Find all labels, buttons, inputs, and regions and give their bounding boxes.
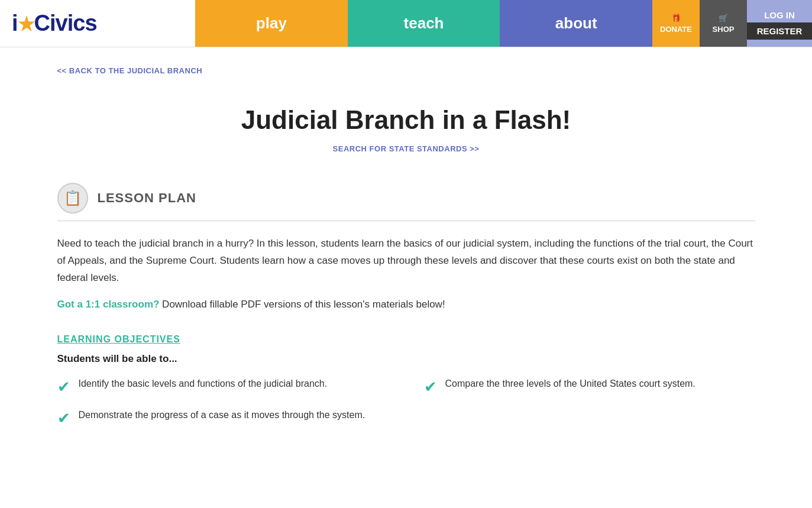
logo-i: i (12, 11, 18, 35)
lesson-plan-label: LESSON PLAN (98, 190, 196, 206)
classroom-line: Got a 1:1 classroom? Download fillable P… (57, 299, 755, 310)
nav-play[interactable]: play (195, 0, 348, 47)
logo-civics: Civics (34, 11, 97, 35)
learning-objectives-section: LEARNING OBJECTIVES Students will be abl… (57, 334, 755, 428)
objective-text-1: Identify the basic levels and functions … (79, 377, 328, 391)
lesson-plan-icon: 📋 (57, 183, 88, 213)
nav-about[interactable]: about (500, 0, 652, 47)
back-link[interactable]: << BACK TO THE JUDICIAL BRANCH (57, 66, 203, 75)
nav-donate-button[interactable]: 🎁 DONATE (652, 0, 700, 47)
donate-label: DONATE (660, 25, 692, 34)
classroom-text: Download fillable PDF versions of this l… (159, 299, 445, 310)
description: Need to teach the judicial branch in a h… (57, 235, 755, 287)
objective-item-3: ✔ Demonstrate the progress of a case as … (57, 408, 389, 428)
logo-area: i★Civics (0, 0, 195, 47)
divider (57, 221, 755, 221)
objectives-grid: ✔ Identify the basic levels and function… (57, 377, 755, 428)
logo[interactable]: i★Civics (12, 11, 97, 36)
cart-icon: 🛒 (719, 14, 728, 22)
learning-objectives-title[interactable]: LEARNING OBJECTIVES (57, 334, 755, 345)
nav-links: play teach about (195, 0, 652, 47)
main-content: << BACK TO THE JUDICIAL BRANCH Judicial … (34, 47, 779, 445)
classroom-link[interactable]: Got a 1:1 classroom? (57, 299, 160, 310)
check-icon-2: ✔ (424, 378, 437, 396)
objective-text-3: Demonstrate the progress of a case as it… (79, 408, 365, 422)
objective-item-2: ✔ Compare the three levels of the United… (424, 377, 755, 396)
lesson-plan-header: 📋 LESSON PLAN (57, 183, 755, 213)
page-title: Judicial Branch in a Flash! (57, 105, 755, 135)
objective-text-2: Compare the three levels of the United S… (445, 377, 695, 391)
check-icon-1: ✔ (57, 378, 70, 396)
check-icon-3: ✔ (57, 409, 70, 428)
objective-item-1: ✔ Identify the basic levels and function… (57, 377, 389, 396)
lesson-plan-icon-glyph: 📋 (64, 190, 82, 206)
nav-right: 🎁 DONATE 🛒 SHOP LOG IN REGISTER (652, 0, 812, 47)
nav-login-register[interactable]: LOG IN REGISTER (747, 0, 812, 47)
logo-star: ★ (18, 14, 34, 35)
students-label: Students will be able to... (57, 353, 755, 365)
login-label[interactable]: LOG IN (764, 8, 795, 22)
gift-icon: 🎁 (671, 14, 681, 22)
nav-shop-button[interactable]: 🛒 SHOP (700, 0, 747, 47)
state-standards-link[interactable]: SEARCH FOR STATE STANDARDS >> (57, 144, 755, 153)
register-label[interactable]: REGISTER (747, 22, 812, 40)
nav-teach[interactable]: teach (348, 0, 500, 47)
shop-label: SHOP (713, 25, 735, 34)
navbar: i★Civics play teach about 🎁 DONATE 🛒 SHO… (0, 0, 812, 47)
